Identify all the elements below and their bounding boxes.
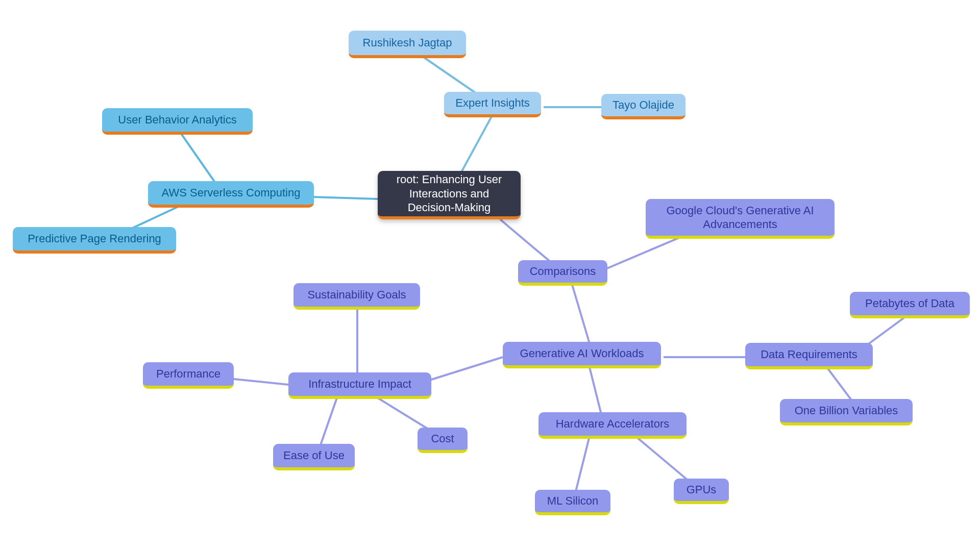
node-label: Performance xyxy=(156,367,220,381)
node-billion[interactable]: One Billion Variables xyxy=(780,399,913,425)
node-google[interactable]: Google Cloud's Generative AI Advancement… xyxy=(646,199,835,239)
node-infra[interactable]: Infrastructure Impact xyxy=(288,372,431,399)
node-gpus[interactable]: GPUs xyxy=(674,479,729,504)
node-label: ML Silicon xyxy=(547,494,599,508)
node-label: Hardware Accelerators xyxy=(556,417,670,431)
node-mlsilicon[interactable]: ML Silicon xyxy=(535,490,610,515)
svg-line-13 xyxy=(590,367,602,418)
node-label: Generative AI Workloads xyxy=(520,346,644,361)
node-label: Tayo Olajide xyxy=(612,98,674,112)
root-label: root: Enhancing User Interactions and De… xyxy=(387,172,511,215)
node-label: Petabytes of Data xyxy=(865,296,954,311)
edges-layer xyxy=(0,0,980,551)
node-genai[interactable]: Generative AI Workloads xyxy=(503,342,661,368)
node-label: Cost xyxy=(431,432,454,446)
root-node[interactable]: root: Enhancing User Interactions and De… xyxy=(378,171,521,219)
node-predictive[interactable]: Predictive Page Rendering xyxy=(13,227,176,254)
node-hardware[interactable]: Hardware Accelerators xyxy=(538,412,687,439)
node-label: User Behavior Analytics xyxy=(118,113,236,127)
node-cost[interactable]: Cost xyxy=(418,428,468,453)
svg-line-15 xyxy=(574,436,590,497)
node-datareq[interactable]: Data Requirements xyxy=(745,343,873,369)
node-label: AWS Serverless Computing xyxy=(162,186,301,200)
node-label: Predictive Page Rendering xyxy=(28,232,161,246)
node-label: Google Cloud's Generative AI Advancement… xyxy=(655,204,825,232)
node-rushikesh[interactable]: Rushikesh Jagtap xyxy=(349,31,466,58)
node-label: Rushikesh Jagtap xyxy=(363,36,452,50)
node-sustainability[interactable]: Sustainability Goals xyxy=(293,283,420,310)
node-performance[interactable]: Performance xyxy=(143,362,234,389)
node-label: Sustainability Goals xyxy=(307,288,406,302)
node-label: Comparisons xyxy=(530,264,596,279)
node-petabytes[interactable]: Petabytes of Data xyxy=(850,292,970,318)
node-label: Expert Insights xyxy=(455,96,530,110)
node-label: Ease of Use xyxy=(283,448,345,463)
node-tayo[interactable]: Tayo Olajide xyxy=(601,94,685,119)
node-aws[interactable]: AWS Serverless Computing xyxy=(148,181,314,208)
node-label: One Billion Variables xyxy=(795,404,898,418)
node-expert-insights[interactable]: Expert Insights xyxy=(444,92,541,117)
node-user-behavior[interactable]: User Behavior Analytics xyxy=(102,108,253,135)
mindmap-canvas: root: Enhancing User Interactions and De… xyxy=(0,0,980,551)
svg-line-4 xyxy=(179,130,219,189)
node-label: GPUs xyxy=(687,483,717,497)
node-ease[interactable]: Ease of Use xyxy=(273,444,355,470)
node-label: Data Requirements xyxy=(761,347,857,362)
node-label: Infrastructure Impact xyxy=(308,377,411,391)
node-comparisons[interactable]: Comparisons xyxy=(518,260,607,286)
